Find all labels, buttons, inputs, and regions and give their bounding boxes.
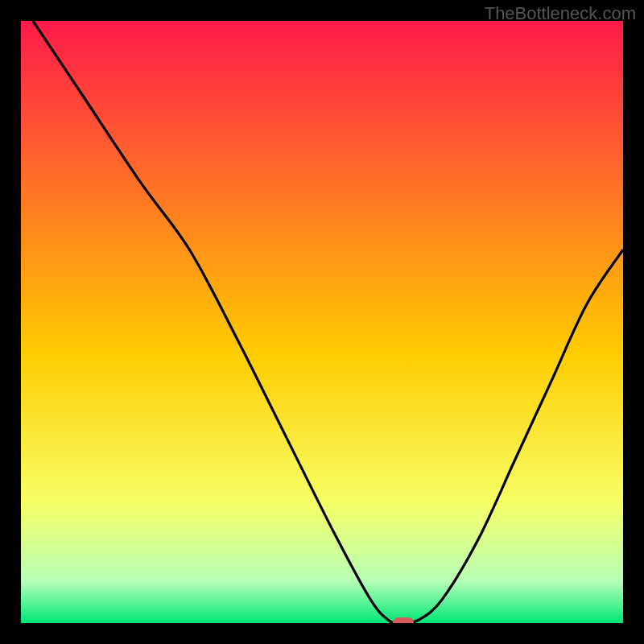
plot-area [21,21,623,623]
optimal-marker [393,617,414,623]
watermark-text: TheBottleneck.com [485,3,636,24]
bottleneck-curve [21,21,623,623]
chart-container: TheBottleneck.com [0,0,644,644]
